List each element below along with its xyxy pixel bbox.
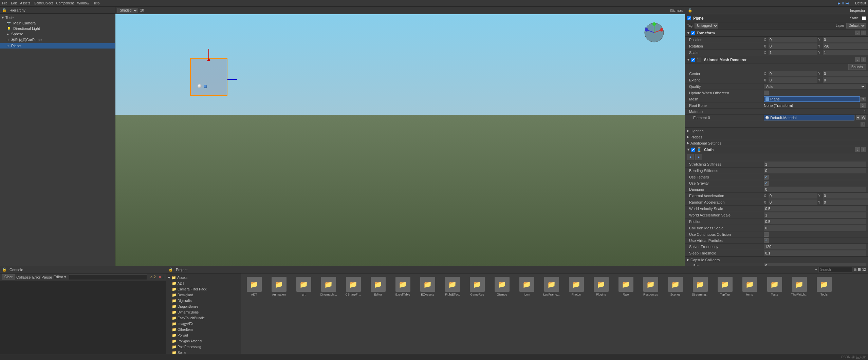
use-tethers-checkbox[interactable] bbox=[764, 175, 769, 179]
file-tools[interactable]: 📁 Tools bbox=[813, 276, 835, 298]
cloth-info-btn[interactable]: ? bbox=[855, 147, 860, 152]
pos-y-input[interactable] bbox=[823, 37, 868, 42]
editor-btn[interactable]: Editor ▾ bbox=[53, 275, 66, 279]
capsule-size-input[interactable] bbox=[764, 263, 866, 266]
bending-stiffness-input[interactable] bbox=[764, 168, 866, 173]
file-taptap[interactable]: 📁 TapTap bbox=[714, 276, 736, 298]
use-continuous-collision-checkbox[interactable] bbox=[764, 232, 769, 237]
file-ezassets[interactable]: 📁 EZAssets bbox=[417, 276, 439, 298]
file-art[interactable]: 📁 art bbox=[293, 276, 315, 298]
solver-frequency-input[interactable] bbox=[764, 244, 866, 249]
hierarchy-item-main-camera[interactable]: 📷 Main Camera bbox=[0, 20, 115, 26]
project-list-btn[interactable]: ☰ bbox=[858, 268, 861, 271]
materials-add-button[interactable]: + bbox=[861, 122, 865, 127]
collision-mass-scale-input[interactable] bbox=[764, 225, 866, 231]
world-acceleration-scale-input[interactable] bbox=[764, 212, 866, 218]
file-adt[interactable]: 📁 ADT bbox=[243, 276, 265, 298]
transform-component-header[interactable]: Transform ? ⋮ bbox=[685, 29, 868, 37]
tree-assets[interactable]: 📁 Assets bbox=[166, 275, 241, 281]
hierarchy-item-directional-light[interactable]: 💡 Directional Light bbox=[0, 26, 115, 31]
center-y-input[interactable] bbox=[823, 71, 868, 76]
cloth-menu-btn[interactable]: ⋮ bbox=[861, 147, 866, 152]
tree-adt[interactable]: 📁 ADT bbox=[166, 281, 241, 286]
file-animation[interactable]: 📁 Animation bbox=[268, 276, 290, 298]
file-gameres[interactable]: 📁 GameRes bbox=[466, 276, 488, 298]
tree-spine[interactable]: 📁 Spine bbox=[166, 350, 241, 354]
layout-selector[interactable]: Default bbox=[855, 1, 866, 5]
scale-y-input[interactable] bbox=[823, 50, 868, 55]
tree-camera-filter[interactable]: 📁 Camera Filter Pack bbox=[166, 286, 241, 292]
pos-x-input[interactable] bbox=[769, 37, 817, 42]
skinned-mesh-info-btn[interactable]: ? bbox=[855, 57, 860, 62]
tag-select[interactable]: Untagged bbox=[695, 23, 718, 29]
skinned-mesh-active-checkbox[interactable] bbox=[691, 58, 695, 62]
root-bone-select-btn[interactable]: ⊙ bbox=[860, 103, 866, 108]
scene-object-plane[interactable] bbox=[190, 58, 227, 96]
error-pause-btn[interactable]: Error Pause bbox=[32, 275, 52, 279]
file-cinemachi[interactable]: 📁 Cinemachi... bbox=[317, 276, 339, 298]
shading-dropdown[interactable]: Shaded bbox=[117, 8, 138, 13]
file-tests[interactable]: 📁 Tests bbox=[763, 276, 786, 298]
file-plugins[interactable]: 📁 Plugins bbox=[590, 276, 612, 298]
lighting-section[interactable]: Lighting bbox=[685, 128, 868, 134]
gizmo-x-arrow[interactable] bbox=[227, 77, 237, 81]
tree-imagyvfx[interactable]: 📁 ImagyVFX bbox=[166, 321, 241, 327]
tree-polygon-arsenal[interactable]: 📁 Polygon Arsenal bbox=[166, 338, 241, 344]
file-fighteffect[interactable]: 📁 FightEffect bbox=[441, 276, 463, 298]
damping-input[interactable] bbox=[764, 187, 866, 192]
file-scenes[interactable]: 📁 Scenes bbox=[664, 276, 686, 298]
menu-item-window[interactable]: Window bbox=[77, 1, 89, 5]
hierarchy-item-sphere[interactable]: ● Sphere bbox=[0, 31, 115, 37]
quality-select[interactable]: Auto bbox=[764, 84, 866, 89]
capsule-colliders-section[interactable]: Capsule Colliders bbox=[685, 257, 868, 263]
project-search-input[interactable] bbox=[818, 267, 852, 272]
inspector-lock-icon[interactable]: 🔒 bbox=[688, 8, 692, 13]
mesh-select-btn[interactable]: ⊙ bbox=[860, 97, 866, 101]
update-offscreen-checkbox[interactable] bbox=[764, 91, 769, 95]
menu-item-component[interactable]: Component bbox=[56, 1, 74, 5]
tree-dynamicbone[interactable]: 📁 DynamicBone bbox=[166, 309, 241, 315]
transform-menu-btn[interactable]: ⋮ bbox=[861, 31, 866, 35]
layer-select[interactable]: Default bbox=[846, 23, 866, 29]
ext-y-input[interactable] bbox=[823, 193, 868, 198]
file-photon[interactable]: 📁 Photon bbox=[565, 276, 587, 298]
hierarchy-item-plane[interactable]: □ Plane bbox=[0, 43, 115, 49]
collapse-btn[interactable]: Collapse bbox=[16, 275, 31, 279]
rot-y-input[interactable] bbox=[823, 43, 868, 49]
transform-active-checkbox[interactable] bbox=[691, 31, 695, 35]
file-exceltable[interactable]: 📁 ExcelTable bbox=[392, 276, 414, 298]
friction-input[interactable] bbox=[764, 219, 866, 224]
scene-view[interactable]: X Y Z bbox=[115, 14, 685, 266]
hierarchy-lock-icon[interactable]: 🔒 bbox=[2, 8, 7, 12]
clear-btn[interactable]: Clear bbox=[2, 274, 15, 280]
material-field[interactable]: Default-Material bbox=[764, 115, 854, 120]
skinned-mesh-menu-btn[interactable]: ⋮ bbox=[861, 57, 866, 62]
gizmo-handle-2[interactable] bbox=[204, 85, 207, 88]
active-checkbox[interactable] bbox=[687, 16, 691, 20]
gizmo-handle-1[interactable] bbox=[198, 84, 202, 88]
edit-bounds-btn[interactable]: Bounds bbox=[848, 64, 866, 70]
tree-postprocessing[interactable]: 📁 PostProcessing bbox=[166, 344, 241, 350]
file-temp[interactable]: 📁 temp bbox=[739, 276, 761, 298]
cloth-edit-btn-1[interactable]: ✦ bbox=[687, 154, 694, 160]
gizmos-btn[interactable]: Gizmos bbox=[670, 8, 683, 13]
sleep-threshold-input[interactable] bbox=[764, 250, 866, 256]
tree-otheritem[interactable]: 📁 OtherItem bbox=[166, 327, 241, 333]
use-virtual-particles-checkbox[interactable] bbox=[764, 238, 769, 243]
tree-digicrafts[interactable]: 📁 Digicrafts bbox=[166, 298, 241, 304]
rand-y-input[interactable] bbox=[823, 200, 868, 205]
file-csharpfr[interactable]: 📁 CSharpFr... bbox=[342, 276, 364, 298]
file-thatwitch[interactable]: 📁 ThatWitch... bbox=[788, 276, 810, 298]
material-select-btn[interactable]: ⊙ bbox=[861, 115, 866, 120]
tree-dragonbones[interactable]: 📁 DragonBones bbox=[166, 304, 241, 309]
skinned-mesh-header[interactable]: ⬛ Skinned Mesh Renderer ? ⋮ bbox=[685, 56, 868, 63]
cloth-active-checkbox[interactable] bbox=[691, 148, 695, 152]
rand-x-input[interactable] bbox=[769, 200, 817, 205]
tree-demigiant[interactable]: 📁 Demigiant bbox=[166, 292, 241, 298]
menu-item-assets[interactable]: Assets bbox=[20, 1, 30, 5]
file-streaming[interactable]: 📁 Streaming... bbox=[689, 276, 711, 298]
static-checkbox[interactable] bbox=[862, 16, 866, 20]
tree-easytouchbundle[interactable]: 📁 EasyTouchBundle bbox=[166, 315, 241, 321]
menu-item-gameobject[interactable]: GameObject bbox=[34, 1, 53, 5]
gizmo-y-arrow[interactable] bbox=[207, 49, 210, 61]
